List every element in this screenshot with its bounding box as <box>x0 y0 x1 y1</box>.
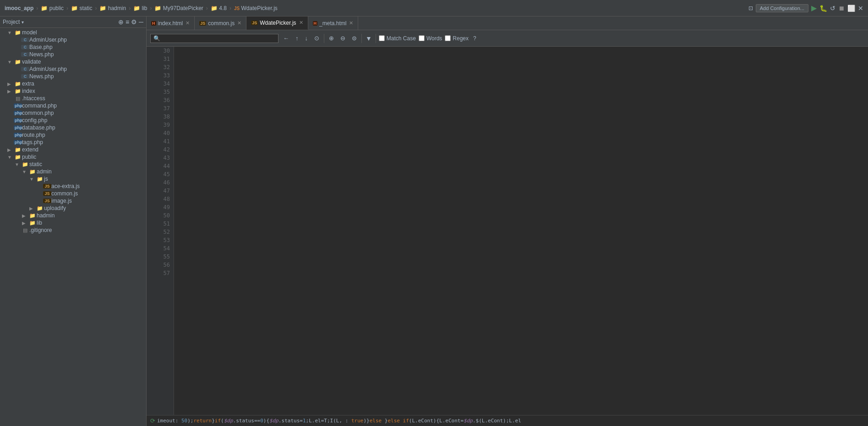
filter-button[interactable]: ▼ <box>365 34 373 43</box>
tree-file-tags[interactable]: php tags.php <box>0 139 146 146</box>
tab-label-index-html: index.html <box>158 20 183 27</box>
tab-close-wdatepicker-js[interactable]: ✕ <box>299 20 303 26</box>
tree-folder-extend[interactable]: ▶ 📁 extend <box>0 146 146 153</box>
tree-folder-admin[interactable]: ▼ 📁 admin <box>0 168 146 175</box>
help-button[interactable]: ? <box>471 34 478 43</box>
folder-icon: 📁 <box>36 176 44 182</box>
code-content[interactable] <box>174 47 868 415</box>
tree-file-command[interactable]: php command.php <box>0 102 146 109</box>
settings-icon[interactable]: ⚙ <box>131 18 137 26</box>
folder-static: 📁 static <box>71 5 92 11</box>
tree-file-adminuser-model[interactable]: C AdminUser.php <box>0 36 146 43</box>
find-usages-button[interactable]: ⊙ <box>312 34 321 43</box>
go-down-button[interactable]: ↓ <box>303 34 310 43</box>
tree-file-news-validate[interactable]: C News.php <box>0 73 146 80</box>
js-tab-icon: JS <box>199 21 206 26</box>
folder-icon: 📁 <box>14 147 22 153</box>
folder-icon: 📁 <box>14 154 22 160</box>
stop-icon[interactable]: ⏹ <box>838 5 845 12</box>
tree-folder-uploadify[interactable]: ▶ 📁 uploadify <box>0 205 146 212</box>
go-back-button[interactable]: ← <box>281 34 291 43</box>
match-case-option[interactable]: Match Case <box>379 35 416 42</box>
words-option[interactable]: Words <box>419 35 442 42</box>
folder-icon: 📁 <box>14 81 22 87</box>
php-badge-icon: php <box>14 118 22 123</box>
remove-occurrence-button[interactable]: ⊖ <box>338 34 347 43</box>
php-icon: C <box>21 67 29 71</box>
select-all-button[interactable]: ⊜ <box>350 34 359 43</box>
bottom-code-line: ⟳ imeout: 50);return}if($dp.status==0){$… <box>147 415 868 426</box>
search-icon: 🔍 <box>153 35 160 42</box>
window-icon[interactable]: ⬜ <box>847 5 855 12</box>
tree-folder-index[interactable]: ▶ 📁 index <box>0 87 146 95</box>
php-badge-icon: php <box>14 125 22 130</box>
tree-file-news-model[interactable]: C News.php <box>0 51 146 58</box>
folder-icon: 📁 <box>28 169 37 175</box>
tree-folder-extra[interactable]: ▶ 📁 extra <box>0 80 146 87</box>
tab-label-wdatepicker-js: WdatePicker.js <box>260 20 296 26</box>
tree-folder-model[interactable]: ▼ 📁 model <box>0 29 146 36</box>
search-input[interactable] <box>162 35 263 42</box>
toolbar-right: ⊡ Add Configuration... ▶ 🐛 ↺ ⏹ ⬜ ✕ <box>748 4 863 12</box>
tree-folder-js[interactable]: ▼ 📁 js <box>0 175 146 183</box>
tree-folder-hadmin[interactable]: ▶ 📁 hadmin <box>0 212 146 219</box>
maximize-icon[interactable]: ⊡ <box>748 5 753 11</box>
words-label: Words <box>426 35 442 42</box>
js-tab-active-icon: JS <box>251 21 258 25</box>
tree-file-ace-extra[interactable]: JS ace-extra.js <box>0 183 146 190</box>
tab-common-js[interactable]: JS common.js ✕ <box>195 16 246 30</box>
main-layout: Project ▾ ⊕ ≡ ⚙ ─ ▼ 📁 model C AdminUser.… <box>0 16 868 426</box>
play-icon[interactable]: ▶ <box>811 4 817 12</box>
js-badge-icon: JS <box>43 184 51 189</box>
add-configuration-button[interactable]: Add Configuration... <box>756 4 808 12</box>
breadcrumb-bar: imooc_app › 📁 public › 📁 static › 📁 hadm… <box>0 0 868 16</box>
collapse-icon[interactable]: ≡ <box>126 18 129 26</box>
regex-option[interactable]: Regex <box>445 35 469 42</box>
tab-close-meta-html[interactable]: ✕ <box>349 20 353 26</box>
tree-file-image-js[interactable]: JS image.js <box>0 197 146 205</box>
match-case-checkbox[interactable] <box>379 35 385 41</box>
tab-close-common-js[interactable]: ✕ <box>237 20 241 26</box>
tree-file-database[interactable]: php database.php <box>0 124 146 131</box>
php-icon: C <box>21 38 29 42</box>
rerun-icon[interactable]: ↺ <box>830 5 835 12</box>
tree-file-config[interactable]: php config.php <box>0 117 146 124</box>
tree-file-route[interactable]: php route.php <box>0 131 146 139</box>
tree-file-base-model[interactable]: C Base.php <box>0 43 146 51</box>
add-icon[interactable]: ⊕ <box>118 18 124 26</box>
regex-checkbox[interactable] <box>445 35 451 41</box>
search-bar: 🔍 ← ↑ ↓ ⊙ ⊕ ⊖ ⊜ ▼ Match Case Words <box>147 30 868 47</box>
folder-hadmin: 📁 hadmin <box>99 5 126 11</box>
debug-icon[interactable]: 🐛 <box>819 5 827 12</box>
tree-file-gitignore[interactable]: ▤ .gitignore <box>0 226 146 234</box>
project-name: imooc_app <box>5 5 33 11</box>
htaccess-icon: ▤ <box>14 96 22 102</box>
match-case-label: Match Case <box>387 35 416 42</box>
go-up-button[interactable]: ↑ <box>294 34 300 43</box>
js-badge-icon: JS <box>43 199 51 203</box>
tab-meta-html[interactable]: H _meta.html ✕ <box>308 16 359 30</box>
tree-file-common[interactable]: php common.php <box>0 109 146 117</box>
js-badge-icon: JS <box>43 191 51 196</box>
sidebar-title: Project <box>3 19 20 25</box>
tab-index-html[interactable]: H index.html ✕ <box>147 16 195 30</box>
tree-file-common-js[interactable]: JS common.js <box>0 190 146 197</box>
add-occurrence-button[interactable]: ⊕ <box>327 34 336 43</box>
html-tab-meta-icon: H <box>313 21 318 26</box>
tree-folder-validate[interactable]: ▼ 📁 validate <box>0 58 146 65</box>
php-icon: C <box>21 45 29 49</box>
php-icon: C <box>21 52 29 57</box>
words-checkbox[interactable] <box>419 35 425 41</box>
dropdown-icon[interactable]: ▾ <box>22 20 24 25</box>
tree-folder-lib[interactable]: ▶ 📁 lib <box>0 219 146 226</box>
folder-public: 📁 public <box>41 5 64 11</box>
tab-wdatepicker-js[interactable]: JS WdatePicker.js ✕ <box>246 16 308 30</box>
tab-close-index-html[interactable]: ✕ <box>186 20 190 26</box>
line-indicator: ⟳ <box>150 417 155 424</box>
close-window-icon[interactable]: ✕ <box>858 5 863 12</box>
tree-file-htaccess[interactable]: ▤ .htaccess <box>0 95 146 102</box>
minimize-icon[interactable]: ─ <box>139 18 143 26</box>
tree-folder-public[interactable]: ▼ 📁 public <box>0 153 146 161</box>
tree-file-adminuser-validate[interactable]: C AdminUser.php <box>0 65 146 73</box>
tree-folder-static[interactable]: ▼ 📁 static <box>0 161 146 168</box>
